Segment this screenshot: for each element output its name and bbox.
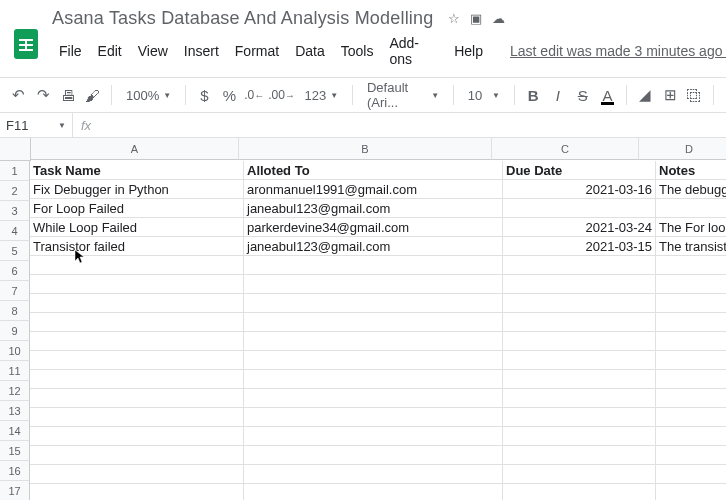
cell[interactable]	[656, 389, 726, 408]
cell[interactable]	[30, 408, 244, 427]
cloud-icon[interactable]: ☁	[492, 11, 505, 26]
cell[interactable]	[30, 370, 244, 389]
cell[interactable]: janeabul123@gmail.com	[244, 199, 503, 218]
row-header[interactable]: 10	[0, 341, 30, 361]
cell[interactable]	[30, 465, 244, 484]
star-icon[interactable]: ☆	[448, 11, 460, 26]
increase-decimal-button[interactable]: .00→	[269, 82, 295, 108]
fill-color-button[interactable]: ◢	[635, 82, 656, 108]
redo-icon[interactable]: ↷	[33, 82, 54, 108]
sheets-logo[interactable]	[8, 23, 44, 63]
cell[interactable]	[656, 256, 726, 275]
row-header[interactable]: 5	[0, 241, 30, 261]
cell[interactable]	[244, 408, 503, 427]
number-format-select[interactable]: 123▼	[299, 82, 345, 108]
cell[interactable]	[244, 484, 503, 500]
cell[interactable]	[656, 465, 726, 484]
cell[interactable]	[656, 199, 726, 218]
cell[interactable]	[503, 484, 656, 500]
menu-addons[interactable]: Add-ons	[382, 31, 445, 71]
cell[interactable]: The transistor sh	[656, 237, 726, 256]
cell[interactable]	[656, 351, 726, 370]
cell[interactable]	[503, 370, 656, 389]
menu-insert[interactable]: Insert	[177, 39, 226, 63]
percent-button[interactable]: %	[219, 82, 240, 108]
menu-edit[interactable]: Edit	[91, 39, 129, 63]
cell[interactable]	[503, 351, 656, 370]
cell[interactable]	[30, 427, 244, 446]
cell[interactable]: Transistor failed	[30, 237, 244, 256]
cell[interactable]	[30, 275, 244, 294]
cell[interactable]	[244, 427, 503, 446]
row-header[interactable]: 15	[0, 441, 30, 461]
cell[interactable]	[244, 275, 503, 294]
cell[interactable]	[656, 427, 726, 446]
zoom-select[interactable]: 100%▼	[120, 82, 177, 108]
cell[interactable]: parkerdevine34@gmail.com	[244, 218, 503, 237]
cell[interactable]	[30, 294, 244, 313]
col-header-D[interactable]: D	[639, 138, 726, 160]
col-header-B[interactable]: B	[239, 138, 492, 160]
row-header[interactable]: 2	[0, 181, 30, 201]
cell[interactable]	[503, 332, 656, 351]
cell[interactable]: janeabul123@gmail.com	[244, 237, 503, 256]
last-edit-link[interactable]: Last edit was made 3 minutes ago by AARO…	[510, 43, 726, 59]
cell[interactable]	[503, 199, 656, 218]
cell[interactable]	[503, 256, 656, 275]
menu-format[interactable]: Format	[228, 39, 286, 63]
cell[interactable]	[503, 465, 656, 484]
menu-view[interactable]: View	[131, 39, 175, 63]
name-box[interactable]: F11▼	[0, 113, 73, 137]
cell[interactable]	[503, 275, 656, 294]
cell[interactable]: Due Date	[503, 161, 656, 180]
cell[interactable]	[656, 275, 726, 294]
cell[interactable]	[244, 389, 503, 408]
row-header[interactable]: 9	[0, 321, 30, 341]
cell[interactable]	[503, 446, 656, 465]
decrease-decimal-button[interactable]: .0←	[244, 82, 265, 108]
bold-button[interactable]: B	[523, 82, 544, 108]
row-header[interactable]: 11	[0, 361, 30, 381]
row-header[interactable]: 14	[0, 421, 30, 441]
undo-icon[interactable]: ↶	[8, 82, 29, 108]
strikethrough-button[interactable]: S	[572, 82, 593, 108]
menu-file[interactable]: File	[52, 39, 89, 63]
cell[interactable]	[244, 465, 503, 484]
document-title[interactable]: Asana Tasks Database And Analysis Modell…	[52, 8, 434, 29]
row-header[interactable]: 1	[0, 161, 30, 181]
menu-help[interactable]: Help	[447, 39, 490, 63]
cell[interactable]: The debugger ha	[656, 180, 726, 199]
cell[interactable]	[30, 389, 244, 408]
cell[interactable]	[244, 313, 503, 332]
cell[interactable]	[503, 408, 656, 427]
paint-format-icon[interactable]: 🖌	[82, 82, 103, 108]
cell[interactable]: aronmanuel1991@gmail.com	[244, 180, 503, 199]
cell[interactable]: 2021-03-15	[503, 237, 656, 256]
row-header[interactable]: 17	[0, 481, 30, 500]
row-header[interactable]: 3	[0, 201, 30, 221]
menu-data[interactable]: Data	[288, 39, 332, 63]
cell[interactable]: 2021-03-16	[503, 180, 656, 199]
cell[interactable]	[656, 446, 726, 465]
cell[interactable]	[656, 370, 726, 389]
cell[interactable]	[503, 313, 656, 332]
cell[interactable]	[656, 294, 726, 313]
print-icon[interactable]: 🖶	[58, 82, 79, 108]
cell[interactable]: The For loop and	[656, 218, 726, 237]
cell[interactable]: 2021-03-24	[503, 218, 656, 237]
cell[interactable]: Fix Debugger in Python	[30, 180, 244, 199]
cell[interactable]: Notes	[656, 161, 726, 180]
move-icon[interactable]: ▣	[470, 11, 482, 26]
row-header[interactable]: 4	[0, 221, 30, 241]
cell[interactable]	[503, 389, 656, 408]
formula-bar[interactable]	[99, 113, 726, 137]
col-header-C[interactable]: C	[492, 138, 639, 160]
italic-button[interactable]: I	[548, 82, 569, 108]
cell[interactable]	[30, 446, 244, 465]
cell[interactable]	[244, 332, 503, 351]
cell[interactable]	[503, 294, 656, 313]
borders-button[interactable]: ⊞	[660, 82, 681, 108]
cell[interactable]	[244, 351, 503, 370]
cell[interactable]	[30, 256, 244, 275]
menu-tools[interactable]: Tools	[334, 39, 381, 63]
